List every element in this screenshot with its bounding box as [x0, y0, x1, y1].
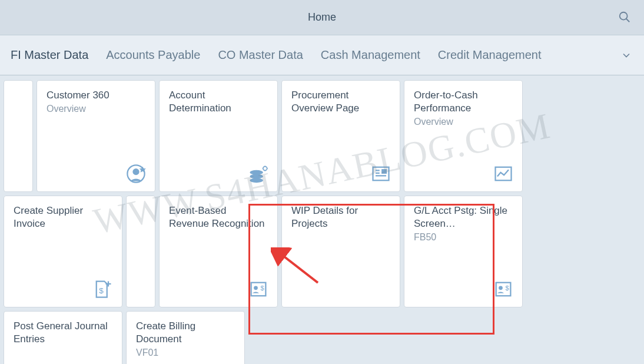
- tile-create-supplier-invoice[interactable]: Create Supplier Invoice $: [4, 196, 122, 307]
- app-header: Home: [0, 0, 644, 35]
- svg-line-1: [626, 19, 630, 22]
- chart-icon: [493, 163, 514, 184]
- search-icon: [618, 11, 631, 24]
- news-icon: [370, 163, 391, 184]
- tile-subtitle: FB50: [414, 231, 513, 244]
- tile-customer-360[interactable]: Customer 360 Overview: [36, 80, 155, 192]
- tile-title: Post General Journal Entries: [14, 320, 112, 346]
- svg-point-7: [250, 178, 263, 183]
- search-button[interactable]: [618, 11, 632, 25]
- tile-subtitle: Overview: [414, 116, 513, 128]
- svg-text:$: $: [260, 284, 264, 292]
- chevron-down-icon: [620, 49, 632, 61]
- tab-cash-management[interactable]: Cash Management: [321, 48, 420, 62]
- contact-dollar-icon: $: [493, 279, 514, 300]
- tile-title: Customer 360: [47, 89, 145, 102]
- tile-post-journal-entries[interactable]: Post General Journal Entries: [4, 311, 122, 364]
- tab-credit-management[interactable]: Credit Management: [438, 48, 542, 62]
- tile-order-to-cash[interactable]: Order-to-Cash Performance Overview: [404, 80, 523, 192]
- svg-point-3: [132, 168, 139, 175]
- tile-gl-acct-posting[interactable]: G/L Acct Pstg: Single Screen… FB50 $: [404, 196, 523, 307]
- tile-title: Create Billing Document: [136, 320, 235, 346]
- svg-point-5: [250, 170, 263, 175]
- tile-subtitle: VF01: [136, 347, 235, 359]
- tile-procurement-overview[interactable]: Procurement Overview Page: [281, 80, 400, 192]
- tile-title: Create Supplier Invoice: [14, 204, 112, 230]
- tile-partial-left[interactable]: [4, 80, 33, 192]
- tile-title: Account Determination: [169, 89, 268, 115]
- tiles-container: Customer 360 Overview Account Determinat…: [0, 75, 644, 364]
- svg-point-8: [263, 167, 267, 171]
- tile-title: Event-Based Revenue Recognition: [169, 204, 268, 230]
- coins-gear-icon: [248, 163, 269, 184]
- svg-point-6: [250, 174, 263, 179]
- tile-title: WIP Details for Projects: [291, 204, 390, 230]
- svg-point-26: [499, 286, 503, 290]
- tabs-bar: FI Master Data Accounts Payable CO Maste…: [0, 35, 644, 75]
- svg-text:$: $: [505, 284, 509, 292]
- tile-title: Order-to-Cash Performance: [414, 89, 513, 115]
- tile-partial-left2[interactable]: [126, 196, 155, 307]
- invoice-plus-icon: $: [92, 279, 114, 300]
- tab-fi-master-data[interactable]: FI Master Data: [11, 48, 88, 62]
- tab-accounts-payable[interactable]: Accounts Payable: [106, 48, 200, 62]
- tile-create-billing-document[interactable]: Create Billing Document VF01 $: [126, 311, 245, 364]
- svg-rect-17: [381, 169, 387, 174]
- tile-account-determination[interactable]: Account Determination: [159, 80, 278, 192]
- svg-point-0: [620, 12, 628, 20]
- page-title: Home: [308, 11, 336, 24]
- contact-dollar-icon: $: [248, 279, 269, 300]
- tabs-expand-button[interactable]: [620, 49, 632, 64]
- svg-text:$: $: [99, 286, 104, 295]
- tile-title: G/L Acct Pstg: Single Screen…: [414, 204, 513, 230]
- tab-co-master-data[interactable]: CO Master Data: [218, 48, 303, 62]
- tile-subtitle: Overview: [47, 103, 145, 115]
- tile-event-based-revenue[interactable]: Event-Based Revenue Recognition $: [159, 196, 278, 307]
- tile-title: Procurement Overview Page: [291, 89, 390, 115]
- tile-wip-details[interactable]: WIP Details for Projects: [281, 196, 400, 307]
- user-star-icon: [125, 163, 147, 184]
- svg-point-23: [254, 286, 258, 290]
